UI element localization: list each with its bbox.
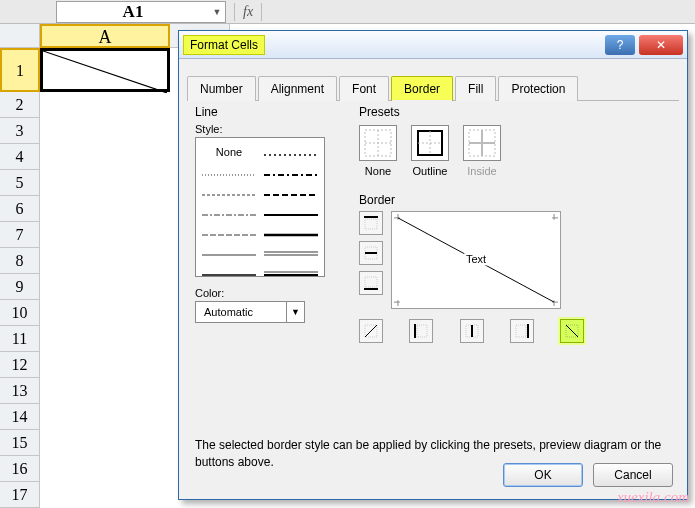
svg-line-33 (365, 325, 377, 337)
line-style-opt[interactable] (198, 186, 260, 200)
border-middle-h-button[interactable] (359, 241, 383, 265)
presets-title: Presets (359, 105, 501, 119)
row-header-3[interactable]: 3 (0, 118, 40, 144)
row-header-2[interactable]: 2 (0, 92, 40, 118)
preset-outline[interactable]: Outline (411, 125, 449, 177)
select-all-corner[interactable] (0, 24, 40, 48)
chevron-down-icon: ▼ (286, 302, 304, 322)
svg-rect-34 (417, 325, 427, 337)
preset-inside: Inside (463, 125, 501, 177)
name-box[interactable]: A1 ▼ (56, 1, 226, 23)
preset-none[interactable]: None (359, 125, 397, 177)
row-header-11[interactable]: 11 (0, 326, 40, 352)
border-diag-up-button[interactable] (359, 319, 383, 343)
line-style-opt[interactable] (198, 206, 260, 220)
svg-line-0 (43, 51, 167, 93)
cancel-button[interactable]: Cancel (593, 463, 673, 487)
tab-fill[interactable]: Fill (455, 76, 496, 101)
format-cells-dialog: Format Cells ? ✕ NumberAlignmentFontBord… (178, 30, 688, 500)
border-preview[interactable]: Text (391, 211, 561, 309)
row-header-9[interactable]: 9 (0, 274, 40, 300)
color-dropdown[interactable]: Automatic ▼ (195, 301, 305, 323)
line-style-opt[interactable] (260, 246, 322, 260)
help-icon: ? (617, 38, 624, 52)
row-header-13[interactable]: 13 (0, 378, 40, 404)
color-value: Automatic (196, 306, 286, 318)
row-header-14[interactable]: 14 (0, 404, 40, 430)
tab-strip: NumberAlignmentFontBorderFillProtection (187, 75, 679, 101)
tab-border[interactable]: Border (391, 76, 453, 101)
line-style-none[interactable]: None (198, 146, 260, 160)
name-box-value: A1 (57, 2, 209, 22)
line-section-title: Line (195, 105, 345, 119)
line-style-opt[interactable] (198, 166, 260, 180)
border-bottom-button[interactable] (359, 271, 383, 295)
line-style-opt[interactable] (260, 146, 322, 160)
dialog-title: Format Cells (183, 35, 265, 55)
close-button[interactable]: ✕ (639, 35, 683, 55)
line-style-opt[interactable] (198, 266, 260, 280)
dialog-titlebar[interactable]: Format Cells ? ✕ (179, 31, 687, 59)
preview-text: Text (464, 253, 488, 265)
row-header-16[interactable]: 16 (0, 456, 40, 482)
column-header-a[interactable]: A (40, 24, 170, 48)
line-style-opt[interactable] (260, 206, 322, 220)
line-style-opt[interactable] (260, 266, 322, 280)
border-diag-down-button[interactable] (560, 319, 584, 343)
tab-alignment[interactable]: Alignment (258, 76, 337, 101)
ok-button[interactable]: OK (503, 463, 583, 487)
border-right-button[interactable] (510, 319, 534, 343)
line-style-opt[interactable] (198, 246, 260, 260)
fx-icon[interactable]: fx (243, 4, 253, 20)
style-label: Style: (195, 123, 345, 135)
preset-inside-icon (463, 125, 501, 161)
row-header-17[interactable]: 17 (0, 482, 40, 508)
name-box-dropdown-icon[interactable]: ▼ (209, 7, 225, 17)
border-title: Border (359, 193, 659, 207)
cell-a1[interactable] (40, 48, 170, 92)
border-left-button[interactable] (409, 319, 433, 343)
row-header-8[interactable]: 8 (0, 248, 40, 274)
line-style-opt[interactable] (260, 186, 322, 200)
line-style-opt[interactable] (260, 166, 322, 180)
row-header-7[interactable]: 7 (0, 222, 40, 248)
tab-font[interactable]: Font (339, 76, 389, 101)
row-header-10[interactable]: 10 (0, 300, 40, 326)
help-button[interactable]: ? (605, 35, 635, 55)
line-style-opt[interactable] (260, 226, 322, 240)
row-header-6[interactable]: 6 (0, 196, 40, 222)
separator (234, 3, 235, 21)
row-header-15[interactable]: 15 (0, 430, 40, 456)
row-header-4[interactable]: 4 (0, 144, 40, 170)
formula-bar[interactable] (270, 1, 695, 23)
preset-outline-icon (411, 125, 449, 161)
color-label: Color: (195, 287, 345, 299)
row-header-12[interactable]: 12 (0, 352, 40, 378)
svg-line-41 (566, 325, 578, 337)
tab-protection[interactable]: Protection (498, 76, 578, 101)
border-top-button[interactable] (359, 211, 383, 235)
separator (261, 3, 262, 21)
border-middle-v-button[interactable] (460, 319, 484, 343)
svg-rect-38 (516, 325, 526, 337)
svg-rect-29 (365, 277, 377, 287)
tab-number[interactable]: Number (187, 76, 256, 101)
row-header-1[interactable]: 1 (0, 48, 40, 92)
preset-none-icon (359, 125, 397, 161)
line-style-opt[interactable] (198, 226, 260, 240)
row-header-5[interactable]: 5 (0, 170, 40, 196)
line-style-list[interactable]: None (195, 137, 325, 277)
close-icon: ✕ (656, 38, 666, 52)
svg-rect-26 (365, 219, 377, 229)
